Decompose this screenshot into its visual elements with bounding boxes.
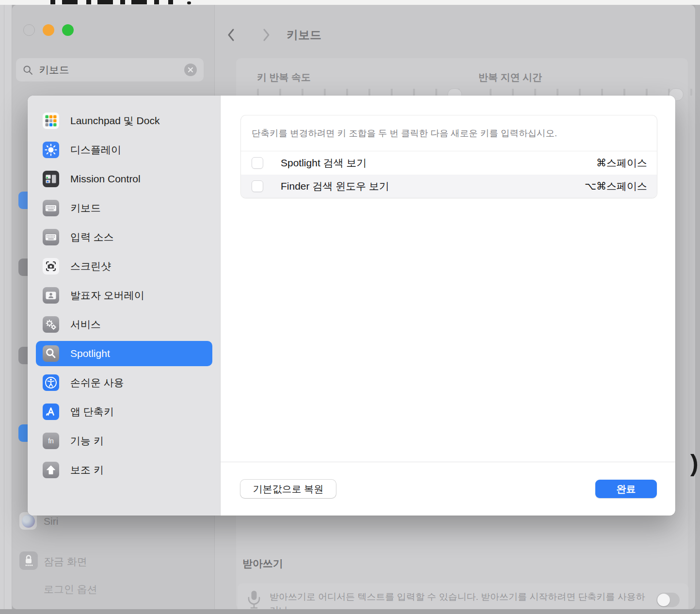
forward-icon[interactable] xyxy=(260,28,272,42)
sidebar-item-app-shortcuts[interactable]: 앱 단축키 xyxy=(36,399,212,424)
sidebar-item-siri[interactable]: Siri xyxy=(44,516,58,527)
launchpad-icon xyxy=(43,113,59,129)
clear-search-icon[interactable] xyxy=(184,64,197,76)
function-keys-icon: fn xyxy=(43,433,59,449)
sidebar-item-display[interactable]: 디스플레이 xyxy=(36,137,212,162)
sidebar-item-spotlight[interactable]: Spotlight xyxy=(36,341,212,366)
toggle-knob xyxy=(657,594,670,606)
sidebar-item-function-keys[interactable]: fn 기능 키 xyxy=(36,428,212,453)
svg-text:fn: fn xyxy=(48,437,54,445)
mission-control-icon xyxy=(43,171,59,187)
navigation-bar: 키보드 xyxy=(225,23,691,47)
shortcut-keys[interactable]: ⌘스페이스 xyxy=(596,156,647,170)
search-icon xyxy=(23,65,33,75)
traffic-light-close-button[interactable] xyxy=(23,24,35,36)
sidebar-item-services[interactable]: 서비스 xyxy=(36,312,212,337)
services-icon xyxy=(43,316,59,333)
traffic-light-minimize-button[interactable] xyxy=(43,24,54,36)
page-title: 키보드 xyxy=(286,27,321,43)
spotlight-search-checkbox[interactable] xyxy=(252,157,263,169)
screenshot-icon xyxy=(43,258,59,275)
top-screen-strip xyxy=(0,0,700,5)
sidebar-item-accessibility[interactable]: 손쉬운 사용 xyxy=(36,370,212,395)
glyph-fragment xyxy=(168,0,173,4)
lock-screen-icon xyxy=(19,551,38,570)
shortcut-keys[interactable]: ⌥⌘스페이스 xyxy=(585,179,647,193)
app-shortcuts-icon xyxy=(43,404,59,420)
sidebar-item-launchpad-dock[interactable]: Launchpad 및 Dock xyxy=(36,108,212,133)
dictation-card: 받아쓰기로 어디서든 텍스트를 입력할 수 있습니다. 받아쓰기를 시작하려면 … xyxy=(238,583,688,609)
keyboard-icon xyxy=(43,200,59,216)
shortcuts-category-sidebar: Launchpad 및 Dock 디스플레이 xyxy=(28,96,221,516)
search-input[interactable]: 키보드 xyxy=(16,58,204,81)
restore-defaults-button[interactable]: 기본값으로 복원 xyxy=(240,480,336,498)
glyph-fragment xyxy=(62,0,78,4)
key-repeat-slider-ticks xyxy=(257,89,461,96)
shortcut-row-spotlight-search[interactable]: Spotlight 검색 보기 ⌘스페이스 xyxy=(241,151,657,175)
spotlight-icon xyxy=(43,345,59,362)
sidebar-item-login-options[interactable]: 로그인 옵션 xyxy=(44,582,97,596)
presenter-overlay-icon xyxy=(43,287,59,304)
glyph-fragment xyxy=(120,0,125,4)
finder-search-checkbox[interactable] xyxy=(252,180,263,192)
sidebar-item-mission-control[interactable]: Mission Control xyxy=(36,166,212,192)
dictation-description: 받아쓰기로 어디서든 텍스트를 입력할 수 있습니다. 받아쓰기를 시작하려면 … xyxy=(270,590,648,609)
sheet-footer-divider xyxy=(221,462,675,462)
done-button[interactable]: 완료 xyxy=(595,480,657,498)
glyph-fragment xyxy=(131,0,147,4)
sidebar-item-modifier-keys[interactable]: 보조 키 xyxy=(36,457,212,483)
glyph-fragment xyxy=(97,0,113,4)
traffic-light-zoom-button[interactable] xyxy=(62,24,74,36)
back-icon[interactable] xyxy=(225,28,237,42)
glyph-fragment xyxy=(86,0,91,4)
accessibility-icon xyxy=(43,374,59,391)
repeat-delay-label: 반복 지연 시간 xyxy=(478,71,542,84)
search-value: 키보드 xyxy=(39,63,178,77)
sidebar-item-lock-screen[interactable]: 잠금 화면 xyxy=(44,555,87,568)
shortcuts-panel-card: 단축키를 변경하려면 키 조합을 두 번 클릭한 다음 새로운 키를 입력하십시… xyxy=(241,115,657,198)
glyph-fragment xyxy=(154,0,159,4)
glyph-fragment xyxy=(187,1,191,4)
desktop-edge-bottom xyxy=(0,609,700,614)
dictation-heading: 받아쓰기 xyxy=(242,557,283,570)
input-source-icon xyxy=(43,229,59,245)
shortcut-instruction-text: 단축키를 변경하려면 키 조합을 두 번 클릭한 다음 새로운 키를 입력하십시… xyxy=(241,115,657,151)
desktop-edge-left xyxy=(0,5,12,614)
sidebar-item-screenshot[interactable]: 스크린샷 xyxy=(36,254,212,279)
key-repeat-label: 키 반복 속도 xyxy=(257,71,311,84)
dictation-toggle[interactable] xyxy=(656,593,680,607)
desktop-edge-right xyxy=(695,5,700,614)
display-icon xyxy=(43,142,59,158)
sidebar-item-input-sources[interactable]: 입력 소스 xyxy=(36,225,212,250)
repeat-delay-slider-ticks xyxy=(490,89,693,96)
shortcut-row-finder-search[interactable]: Finder 검색 윈도우 보기 ⌥⌘스페이스 xyxy=(241,175,657,198)
stray-paren-glyph: ) xyxy=(690,449,699,477)
microphone-icon xyxy=(247,590,261,609)
sidebar-item-keyboard[interactable]: 키보드 xyxy=(36,195,212,221)
modifier-keys-icon xyxy=(43,462,59,478)
sidebar-item-presenter-overlay[interactable]: 발표자 오버레이 xyxy=(36,283,212,308)
glyph-fragment xyxy=(50,0,55,4)
keyboard-shortcuts-sheet: Launchpad 및 Dock 디스플레이 xyxy=(28,96,675,516)
